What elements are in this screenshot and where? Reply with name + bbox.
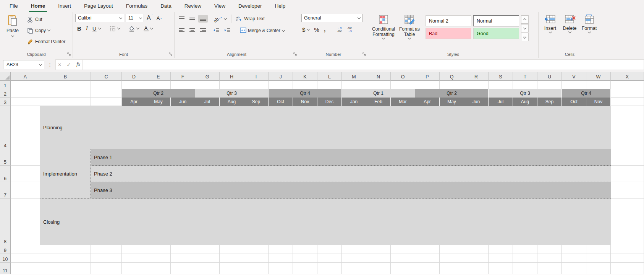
task-phase1-label[interactable]: Phase 1 [91, 149, 122, 166]
quarter-cell-3[interactable]: Qtr 4 [269, 89, 342, 98]
cell-R10[interactable] [464, 254, 489, 263]
task-phase1-bar[interactable] [122, 149, 611, 166]
cell-X2[interactable] [611, 89, 644, 98]
name-box[interactable]: AB23 [3, 60, 44, 69]
row-header-4[interactable]: 4 [0, 106, 11, 149]
cell-C2[interactable] [91, 89, 122, 98]
style-bad[interactable]: Bad [426, 28, 471, 39]
style-normal[interactable]: Normal [473, 15, 519, 26]
column-header-W[interactable]: W [586, 72, 611, 81]
font-size-combobox[interactable]: 11 [126, 14, 144, 22]
cell-K10[interactable] [293, 254, 317, 263]
cell-C3[interactable] [91, 98, 122, 106]
cell-U11[interactable] [537, 263, 562, 274]
cell-K9[interactable] [293, 245, 317, 254]
cell-V9[interactable] [562, 245, 586, 254]
cell-E11[interactable] [146, 263, 171, 274]
month-cell-13[interactable]: Apr [415, 98, 440, 106]
cell-L1[interactable] [317, 81, 342, 89]
cell-A2[interactable] [11, 89, 40, 98]
cell-D10[interactable] [122, 254, 146, 263]
format-painter-button[interactable]: Format Painter [25, 36, 67, 47]
row-header-11[interactable]: 11 [0, 263, 11, 274]
formula-input[interactable] [83, 59, 644, 70]
cell-V1[interactable] [562, 81, 586, 89]
month-cell-17[interactable]: Aug [513, 98, 537, 106]
fill-color-button[interactable] [127, 25, 141, 33]
column-header-H[interactable]: H [220, 72, 244, 81]
quarter-cell-7[interactable]: Qtr 4 [562, 89, 611, 98]
cell-U1[interactable] [537, 81, 562, 89]
align-center-button[interactable] [188, 27, 197, 34]
month-cell-10[interactable]: Jan [342, 98, 366, 106]
cell-M9[interactable] [342, 245, 366, 254]
column-header-A[interactable]: A [11, 72, 40, 81]
cell-A5[interactable] [11, 149, 40, 166]
cell-O11[interactable] [391, 263, 415, 274]
cell-H9[interactable] [220, 245, 244, 254]
cell-T11[interactable] [513, 263, 537, 274]
merge-center-button[interactable]: Merge & Center [238, 27, 286, 34]
cell-A1[interactable] [11, 81, 40, 89]
decrease-indent-button[interactable] [211, 26, 221, 35]
cell-X10[interactable] [611, 254, 644, 263]
wrap-text-button[interactable]: abc Wrap Text [234, 15, 267, 23]
cell-X1[interactable] [611, 81, 644, 89]
cell-Q10[interactable] [440, 254, 464, 263]
cell-Q1[interactable] [440, 81, 464, 89]
month-cell-11[interactable]: Feb [366, 98, 391, 106]
cell-A7[interactable] [11, 182, 40, 199]
cell-S10[interactable] [489, 254, 513, 263]
gallery-more-button[interactable] [521, 33, 529, 41]
align-top-button[interactable] [177, 15, 186, 23]
cell-F9[interactable] [171, 245, 195, 254]
cell-C11[interactable] [91, 263, 122, 274]
cell-A11[interactable] [11, 263, 40, 274]
tab-page-layout[interactable]: Page Layout [78, 0, 120, 12]
cell-U9[interactable] [537, 245, 562, 254]
month-cell-19[interactable]: Oct [562, 98, 586, 106]
cell-O9[interactable] [391, 245, 415, 254]
cell-J11[interactable] [269, 263, 293, 274]
cell-W9[interactable] [586, 245, 611, 254]
cancel-button[interactable]: × [58, 62, 61, 68]
cell-S9[interactable] [489, 245, 513, 254]
number-dialog-launcher[interactable] [362, 52, 367, 57]
underline-button[interactable]: U [91, 24, 103, 33]
row-header-9[interactable]: 9 [0, 245, 11, 254]
column-header-G[interactable]: G [195, 72, 220, 81]
task-closing-label[interactable]: Closing [40, 199, 122, 245]
column-header-M[interactable]: M [342, 72, 366, 81]
column-header-X[interactable]: X [611, 72, 644, 81]
alignment-dialog-launcher[interactable] [293, 52, 298, 57]
cell-I10[interactable] [244, 254, 269, 263]
column-header-D[interactable]: D [122, 72, 146, 81]
column-header-F[interactable]: F [171, 72, 195, 81]
cell-N11[interactable] [366, 263, 391, 274]
cell-P9[interactable] [415, 245, 440, 254]
month-cell-18[interactable]: Sep [537, 98, 562, 106]
tab-view[interactable]: View [208, 0, 232, 12]
cell-U10[interactable] [537, 254, 562, 263]
cell-R9[interactable] [464, 245, 489, 254]
cell-H10[interactable] [220, 254, 244, 263]
cell-W10[interactable] [586, 254, 611, 263]
cell-P10[interactable] [415, 254, 440, 263]
month-cell-9[interactable]: Dec [317, 98, 342, 106]
column-header-V[interactable]: V [562, 72, 586, 81]
cell-R11[interactable] [464, 263, 489, 274]
cell-E9[interactable] [146, 245, 171, 254]
cell-T9[interactable] [513, 245, 537, 254]
cell-B1[interactable] [40, 81, 91, 89]
task-planning-bar[interactable] [122, 106, 611, 149]
borders-button[interactable] [108, 25, 122, 33]
cell-C1[interactable] [91, 81, 122, 89]
increase-font-size-button[interactable]: Aˆ [146, 15, 154, 21]
cell-A3[interactable] [11, 98, 40, 106]
row-header-8[interactable]: 8 [0, 199, 11, 245]
tab-help[interactable]: Help [269, 0, 292, 12]
cell-M1[interactable] [342, 81, 366, 89]
cell-T1[interactable] [513, 81, 537, 89]
column-header-T[interactable]: T [513, 72, 537, 81]
cell-B10[interactable] [40, 254, 91, 263]
